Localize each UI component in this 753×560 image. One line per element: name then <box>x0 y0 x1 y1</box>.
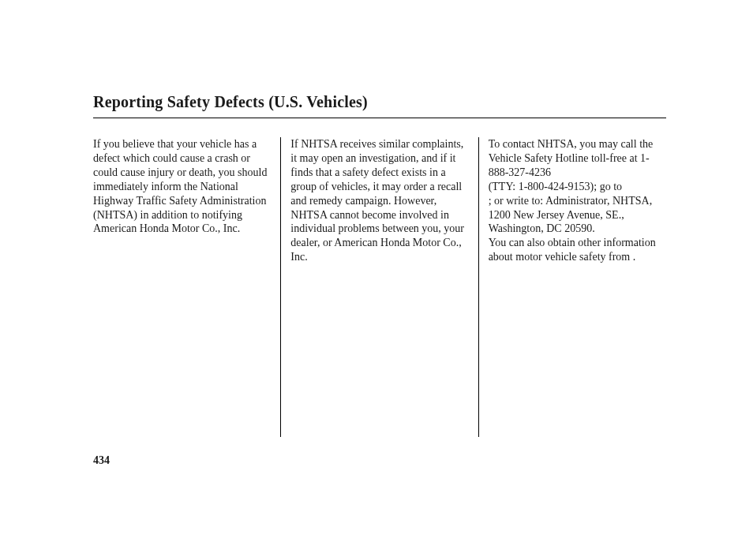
title-rule <box>93 118 666 118</box>
section-title: Reporting Safety Defects (U.S. Vehicles) <box>93 93 666 111</box>
column-1-text: If you believe that your vehicle has a d… <box>93 137 271 236</box>
column-container: If you believe that your vehicle has a d… <box>93 137 666 437</box>
column-2-text: If NHTSA receives similar com­plaints, i… <box>290 137 468 264</box>
document-page: Reporting Safety Defects (U.S. Vehicles)… <box>0 0 753 467</box>
column-3-text: To contact NHTSA, you may call the Vehic… <box>489 137 666 264</box>
column-1: If you believe that your vehicle has a d… <box>93 137 281 437</box>
column-3: To contact NHTSA, you may call the Vehic… <box>479 137 666 437</box>
page-number: 434 <box>93 454 666 467</box>
column-2: If NHTSA receives similar com­plaints, i… <box>281 137 478 437</box>
